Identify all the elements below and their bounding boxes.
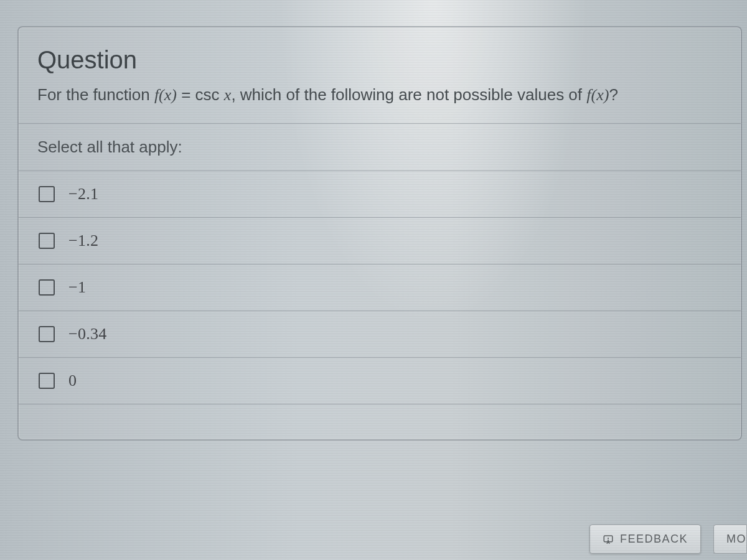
checkbox-icon[interactable] [39,326,55,342]
prompt-text-mid: , which of the following are not possibl… [231,85,586,104]
option-label: −1.2 [68,231,98,250]
question-heading: Question [19,27,741,79]
card-footer [19,404,741,439]
option-label: −1 [68,278,86,297]
question-card: Question For the function f(x) = csc x, … [17,26,742,441]
option-label: −2.1 [68,185,98,203]
option-0[interactable]: −2.1 [19,171,741,218]
select-instruction: Select all that apply: [19,124,741,171]
checkbox-icon[interactable] [39,233,55,249]
svg-point-2 [608,540,608,541]
prompt-var: x [224,86,232,104]
option-3[interactable]: −0.34 [19,311,741,358]
checkbox-icon[interactable] [39,186,55,202]
option-1[interactable]: −1.2 [19,218,741,264]
more-label-partial: MO [726,533,746,546]
checkbox-icon[interactable] [39,373,55,389]
prompt-fn1: f(x) [154,86,177,104]
option-2[interactable]: −1 [19,264,741,311]
prompt-text-pre: For the function [37,85,154,104]
feedback-icon [603,534,614,545]
feedback-label: FEEDBACK [620,533,688,546]
prompt-eq: = csc [177,85,224,104]
option-4[interactable]: 0 [19,358,741,404]
option-label: 0 [68,371,77,390]
question-prompt: For the function f(x) = csc x, which of … [19,79,741,124]
checkbox-icon[interactable] [39,279,55,296]
feedback-button[interactable]: FEEDBACK [590,525,701,554]
prompt-text-post: ? [609,85,618,104]
button-bar: FEEDBACK MO [590,525,747,554]
prompt-fn2: f(x) [586,86,609,104]
option-label: −0.34 [68,325,107,343]
more-button-partial[interactable]: MO [713,525,747,554]
